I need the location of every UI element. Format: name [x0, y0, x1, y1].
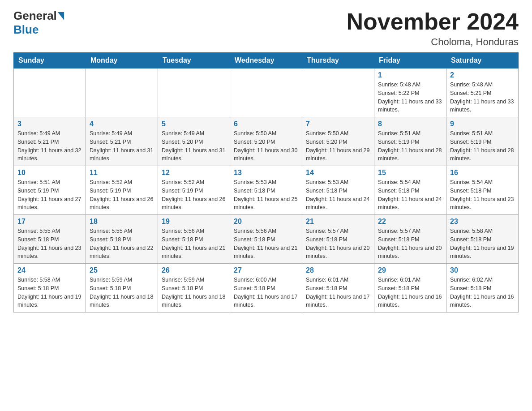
day-number: 24 [17, 266, 82, 274]
calendar-cell-w3-d5: 15Sunrise: 5:54 AMSunset: 5:18 PMDayligh… [374, 166, 446, 215]
calendar-cell-w4-d4: 21Sunrise: 5:57 AMSunset: 5:18 PMDayligh… [302, 215, 374, 264]
day-number: 13 [234, 169, 298, 177]
day-info: Sunrise: 6:01 AMSunset: 5:18 PMDaylight:… [378, 276, 442, 309]
day-number: 25 [90, 266, 154, 274]
day-number: 26 [162, 266, 226, 274]
day-number: 28 [306, 266, 370, 274]
day-info: Sunrise: 5:53 AMSunset: 5:18 PMDaylight:… [306, 178, 370, 212]
calendar-cell-w3-d2: 12Sunrise: 5:52 AMSunset: 5:19 PMDayligh… [158, 166, 230, 215]
calendar-week-5: 24Sunrise: 5:58 AMSunset: 5:18 PMDayligh… [14, 264, 519, 313]
day-info: Sunrise: 6:01 AMSunset: 5:18 PMDaylight:… [306, 276, 370, 309]
day-info: Sunrise: 5:48 AMSunset: 5:21 PMDaylight:… [450, 81, 515, 114]
page-header: General Blue November 2024 Choloma, Hond… [13, 9, 519, 48]
header-saturday: Saturday [446, 53, 519, 68]
calendar-cell-w2-d5: 8Sunrise: 5:51 AMSunset: 5:19 PMDaylight… [374, 117, 446, 166]
day-info: Sunrise: 5:52 AMSunset: 5:19 PMDaylight:… [90, 178, 154, 212]
day-number: 1 [378, 71, 442, 79]
day-info: Sunrise: 5:49 AMSunset: 5:21 PMDaylight:… [90, 129, 154, 163]
day-number: 21 [306, 218, 370, 226]
day-info: Sunrise: 5:50 AMSunset: 5:20 PMDaylight:… [306, 129, 370, 163]
day-info: Sunrise: 5:52 AMSunset: 5:19 PMDaylight:… [162, 178, 226, 212]
day-number: 10 [17, 169, 82, 177]
day-number: 2 [450, 71, 515, 79]
calendar-cell-w5-d1: 25Sunrise: 5:59 AMSunset: 5:18 PMDayligh… [86, 264, 158, 313]
calendar-cell-w2-d1: 4Sunrise: 5:49 AMSunset: 5:21 PMDaylight… [86, 117, 158, 166]
calendar-cell-w2-d6: 9Sunrise: 5:51 AMSunset: 5:19 PMDaylight… [446, 117, 519, 166]
calendar-cell-w1-d2 [158, 68, 230, 117]
calendar-cell-w1-d0 [14, 68, 86, 117]
logo-triangle-icon [58, 12, 64, 20]
day-info: Sunrise: 6:02 AMSunset: 5:18 PMDaylight:… [450, 276, 515, 309]
day-info: Sunrise: 5:55 AMSunset: 5:18 PMDaylight:… [17, 227, 82, 261]
calendar-body: 1Sunrise: 5:48 AMSunset: 5:22 PMDaylight… [14, 68, 519, 313]
calendar-cell-w2-d3: 6Sunrise: 5:50 AMSunset: 5:20 PMDaylight… [230, 117, 302, 166]
day-number: 23 [450, 218, 515, 226]
calendar-cell-w3-d3: 13Sunrise: 5:53 AMSunset: 5:18 PMDayligh… [230, 166, 302, 215]
calendar-cell-w3-d1: 11Sunrise: 5:52 AMSunset: 5:19 PMDayligh… [86, 166, 158, 215]
day-number: 8 [378, 120, 442, 128]
day-info: Sunrise: 5:55 AMSunset: 5:18 PMDaylight:… [90, 227, 154, 261]
day-number: 15 [378, 169, 442, 177]
day-info: Sunrise: 6:00 AMSunset: 5:18 PMDaylight:… [234, 276, 298, 309]
month-title: November 2024 [347, 9, 519, 34]
day-number: 3 [17, 120, 82, 128]
day-number: 12 [162, 169, 226, 177]
logo: General Blue [13, 9, 65, 37]
location-label: Choloma, Honduras [347, 36, 519, 48]
day-number: 18 [90, 218, 154, 226]
day-number: 29 [378, 266, 442, 274]
day-number: 11 [90, 169, 154, 177]
day-info: Sunrise: 5:59 AMSunset: 5:18 PMDaylight:… [90, 276, 154, 309]
calendar-cell-w1-d6: 2Sunrise: 5:48 AMSunset: 5:21 PMDaylight… [446, 68, 519, 117]
day-info: Sunrise: 5:49 AMSunset: 5:21 PMDaylight:… [17, 129, 82, 163]
calendar-cell-w2-d4: 7Sunrise: 5:50 AMSunset: 5:20 PMDaylight… [302, 117, 374, 166]
day-number: 9 [450, 120, 515, 128]
calendar-cell-w4-d1: 18Sunrise: 5:55 AMSunset: 5:18 PMDayligh… [86, 215, 158, 264]
day-info: Sunrise: 5:51 AMSunset: 5:19 PMDaylight:… [378, 129, 442, 163]
day-number: 27 [234, 266, 298, 274]
day-info: Sunrise: 5:51 AMSunset: 5:19 PMDaylight:… [450, 129, 515, 163]
day-number: 4 [90, 120, 154, 128]
header-wednesday: Wednesday [230, 53, 302, 68]
day-info: Sunrise: 5:50 AMSunset: 5:20 PMDaylight:… [234, 129, 298, 163]
day-info: Sunrise: 5:57 AMSunset: 5:18 PMDaylight:… [378, 227, 442, 261]
day-number: 14 [306, 169, 370, 177]
calendar-cell-w5-d5: 29Sunrise: 6:01 AMSunset: 5:18 PMDayligh… [374, 264, 446, 313]
calendar-cell-w2-d0: 3Sunrise: 5:49 AMSunset: 5:21 PMDaylight… [14, 117, 86, 166]
calendar-cell-w2-d2: 5Sunrise: 5:49 AMSunset: 5:20 PMDaylight… [158, 117, 230, 166]
day-info: Sunrise: 5:54 AMSunset: 5:18 PMDaylight:… [378, 178, 442, 212]
title-section: November 2024 Choloma, Honduras [347, 9, 519, 48]
calendar-cell-w3-d6: 16Sunrise: 5:54 AMSunset: 5:18 PMDayligh… [446, 166, 519, 215]
header-friday: Friday [374, 53, 446, 68]
calendar-week-2: 3Sunrise: 5:49 AMSunset: 5:21 PMDaylight… [14, 117, 519, 166]
calendar-table: Sunday Monday Tuesday Wednesday Thursday… [13, 52, 519, 313]
day-info: Sunrise: 5:58 AMSunset: 5:18 PMDaylight:… [17, 276, 82, 309]
calendar-cell-w1-d3 [230, 68, 302, 117]
logo-blue-text: Blue [13, 23, 39, 36]
day-number: 19 [162, 218, 226, 226]
day-number: 16 [450, 169, 515, 177]
calendar-cell-w5-d2: 26Sunrise: 5:59 AMSunset: 5:18 PMDayligh… [158, 264, 230, 313]
calendar-cell-w3-d0: 10Sunrise: 5:51 AMSunset: 5:19 PMDayligh… [14, 166, 86, 215]
calendar-week-1: 1Sunrise: 5:48 AMSunset: 5:22 PMDaylight… [14, 68, 519, 117]
day-number: 30 [450, 266, 515, 274]
calendar-cell-w4-d2: 19Sunrise: 5:56 AMSunset: 5:18 PMDayligh… [158, 215, 230, 264]
day-info: Sunrise: 5:53 AMSunset: 5:18 PMDaylight:… [234, 178, 298, 212]
day-number: 6 [234, 120, 298, 128]
day-info: Sunrise: 5:59 AMSunset: 5:18 PMDaylight:… [162, 276, 226, 309]
day-info: Sunrise: 5:49 AMSunset: 5:20 PMDaylight:… [162, 129, 226, 163]
day-info: Sunrise: 5:58 AMSunset: 5:18 PMDaylight:… [450, 227, 515, 261]
calendar-cell-w5-d0: 24Sunrise: 5:58 AMSunset: 5:18 PMDayligh… [14, 264, 86, 313]
calendar-cell-w1-d5: 1Sunrise: 5:48 AMSunset: 5:22 PMDaylight… [374, 68, 446, 117]
day-number: 7 [306, 120, 370, 128]
header-sunday: Sunday [14, 53, 86, 68]
calendar-cell-w5-d3: 27Sunrise: 6:00 AMSunset: 5:18 PMDayligh… [230, 264, 302, 313]
day-number: 22 [378, 218, 442, 226]
day-info: Sunrise: 5:48 AMSunset: 5:22 PMDaylight:… [378, 81, 442, 114]
header-thursday: Thursday [302, 53, 374, 68]
calendar-cell-w5-d4: 28Sunrise: 6:01 AMSunset: 5:18 PMDayligh… [302, 264, 374, 313]
calendar-cell-w4-d3: 20Sunrise: 5:56 AMSunset: 5:18 PMDayligh… [230, 215, 302, 264]
day-info: Sunrise: 5:54 AMSunset: 5:18 PMDaylight:… [450, 178, 515, 212]
logo-general-text: General [13, 9, 57, 23]
calendar-cell-w4-d0: 17Sunrise: 5:55 AMSunset: 5:18 PMDayligh… [14, 215, 86, 264]
